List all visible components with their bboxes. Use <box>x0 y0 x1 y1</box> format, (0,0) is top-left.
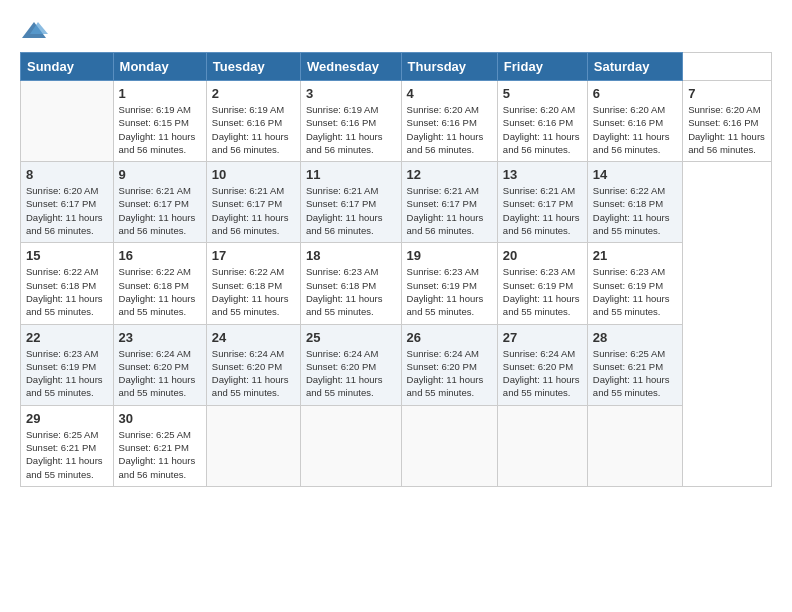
cell-info: Sunrise: 6:21 AMSunset: 6:17 PMDaylight:… <box>212 184 295 237</box>
cell-info: Sunrise: 6:23 AMSunset: 6:19 PMDaylight:… <box>407 265 492 318</box>
cell-info: Sunrise: 6:24 AMSunset: 6:20 PMDaylight:… <box>212 347 295 400</box>
calendar-day-20: 20 Sunrise: 6:23 AMSunset: 6:19 PMDaylig… <box>497 243 587 324</box>
cell-info: Sunrise: 6:21 AMSunset: 6:17 PMDaylight:… <box>503 184 582 237</box>
cell-info: Sunrise: 6:20 AMSunset: 6:16 PMDaylight:… <box>593 103 677 156</box>
calendar-day-11: 11 Sunrise: 6:21 AMSunset: 6:17 PMDaylig… <box>300 162 401 243</box>
calendar-header-row: SundayMondayTuesdayWednesdayThursdayFrid… <box>21 53 772 81</box>
cell-info: Sunrise: 6:21 AMSunset: 6:17 PMDaylight:… <box>407 184 492 237</box>
cell-info: Sunrise: 6:25 AMSunset: 6:21 PMDaylight:… <box>26 428 108 481</box>
weekday-header-saturday: Saturday <box>587 53 682 81</box>
calendar-day-18: 18 Sunrise: 6:23 AMSunset: 6:18 PMDaylig… <box>300 243 401 324</box>
calendar-day-5: 5 Sunrise: 6:20 AMSunset: 6:16 PMDayligh… <box>497 81 587 162</box>
day-number: 9 <box>119 167 201 182</box>
calendar-week-4: 22 Sunrise: 6:23 AMSunset: 6:19 PMDaylig… <box>21 324 772 405</box>
day-number: 22 <box>26 330 108 345</box>
day-number: 20 <box>503 248 582 263</box>
cell-info: Sunrise: 6:20 AMSunset: 6:17 PMDaylight:… <box>26 184 108 237</box>
day-number: 7 <box>688 86 766 101</box>
day-number: 23 <box>119 330 201 345</box>
calendar-day-21: 21 Sunrise: 6:23 AMSunset: 6:19 PMDaylig… <box>587 243 682 324</box>
day-number: 15 <box>26 248 108 263</box>
cell-info: Sunrise: 6:22 AMSunset: 6:18 PMDaylight:… <box>26 265 108 318</box>
day-number: 29 <box>26 411 108 426</box>
cell-info: Sunrise: 6:20 AMSunset: 6:16 PMDaylight:… <box>688 103 766 156</box>
cell-info: Sunrise: 6:19 AMSunset: 6:16 PMDaylight:… <box>212 103 295 156</box>
cell-info: Sunrise: 6:22 AMSunset: 6:18 PMDaylight:… <box>212 265 295 318</box>
weekday-header-friday: Friday <box>497 53 587 81</box>
calendar-day-28: 28 Sunrise: 6:25 AMSunset: 6:21 PMDaylig… <box>587 324 682 405</box>
calendar-day-4: 4 Sunrise: 6:20 AMSunset: 6:16 PMDayligh… <box>401 81 497 162</box>
calendar-day-26: 26 Sunrise: 6:24 AMSunset: 6:20 PMDaylig… <box>401 324 497 405</box>
calendar-day-15: 15 Sunrise: 6:22 AMSunset: 6:18 PMDaylig… <box>21 243 114 324</box>
cell-info: Sunrise: 6:19 AMSunset: 6:15 PMDaylight:… <box>119 103 201 156</box>
calendar-day-9: 9 Sunrise: 6:21 AMSunset: 6:17 PMDayligh… <box>113 162 206 243</box>
empty-cell <box>587 405 682 486</box>
cell-info: Sunrise: 6:23 AMSunset: 6:19 PMDaylight:… <box>593 265 677 318</box>
empty-cell <box>497 405 587 486</box>
day-number: 1 <box>119 86 201 101</box>
day-number: 21 <box>593 248 677 263</box>
day-number: 5 <box>503 86 582 101</box>
day-number: 30 <box>119 411 201 426</box>
cell-info: Sunrise: 6:25 AMSunset: 6:21 PMDaylight:… <box>593 347 677 400</box>
calendar-day-8: 8 Sunrise: 6:20 AMSunset: 6:17 PMDayligh… <box>21 162 114 243</box>
calendar-day-12: 12 Sunrise: 6:21 AMSunset: 6:17 PMDaylig… <box>401 162 497 243</box>
calendar-day-25: 25 Sunrise: 6:24 AMSunset: 6:20 PMDaylig… <box>300 324 401 405</box>
cell-info: Sunrise: 6:24 AMSunset: 6:20 PMDaylight:… <box>503 347 582 400</box>
calendar-day-6: 6 Sunrise: 6:20 AMSunset: 6:16 PMDayligh… <box>587 81 682 162</box>
calendar-day-17: 17 Sunrise: 6:22 AMSunset: 6:18 PMDaylig… <box>206 243 300 324</box>
calendar-week-1: 1 Sunrise: 6:19 AMSunset: 6:15 PMDayligh… <box>21 81 772 162</box>
day-number: 24 <box>212 330 295 345</box>
cell-info: Sunrise: 6:22 AMSunset: 6:18 PMDaylight:… <box>119 265 201 318</box>
calendar-day-22: 22 Sunrise: 6:23 AMSunset: 6:19 PMDaylig… <box>21 324 114 405</box>
cell-info: Sunrise: 6:23 AMSunset: 6:19 PMDaylight:… <box>26 347 108 400</box>
calendar-day-30: 30 Sunrise: 6:25 AMSunset: 6:21 PMDaylig… <box>113 405 206 486</box>
weekday-header-thursday: Thursday <box>401 53 497 81</box>
day-number: 13 <box>503 167 582 182</box>
calendar-week-5: 29 Sunrise: 6:25 AMSunset: 6:21 PMDaylig… <box>21 405 772 486</box>
day-number: 6 <box>593 86 677 101</box>
empty-cell <box>21 81 114 162</box>
day-number: 8 <box>26 167 108 182</box>
page-header <box>20 20 772 42</box>
cell-info: Sunrise: 6:21 AMSunset: 6:17 PMDaylight:… <box>306 184 396 237</box>
cell-info: Sunrise: 6:23 AMSunset: 6:18 PMDaylight:… <box>306 265 396 318</box>
calendar-day-10: 10 Sunrise: 6:21 AMSunset: 6:17 PMDaylig… <box>206 162 300 243</box>
day-number: 10 <box>212 167 295 182</box>
logo <box>20 20 52 42</box>
day-number: 27 <box>503 330 582 345</box>
day-number: 4 <box>407 86 492 101</box>
calendar-day-24: 24 Sunrise: 6:24 AMSunset: 6:20 PMDaylig… <box>206 324 300 405</box>
cell-info: Sunrise: 6:24 AMSunset: 6:20 PMDaylight:… <box>119 347 201 400</box>
day-number: 3 <box>306 86 396 101</box>
cell-info: Sunrise: 6:23 AMSunset: 6:19 PMDaylight:… <box>503 265 582 318</box>
empty-cell <box>401 405 497 486</box>
day-number: 17 <box>212 248 295 263</box>
calendar-week-2: 8 Sunrise: 6:20 AMSunset: 6:17 PMDayligh… <box>21 162 772 243</box>
cell-info: Sunrise: 6:24 AMSunset: 6:20 PMDaylight:… <box>306 347 396 400</box>
calendar-day-7: 7 Sunrise: 6:20 AMSunset: 6:16 PMDayligh… <box>683 81 772 162</box>
calendar-day-23: 23 Sunrise: 6:24 AMSunset: 6:20 PMDaylig… <box>113 324 206 405</box>
day-number: 12 <box>407 167 492 182</box>
logo-icon <box>20 20 48 42</box>
calendar-week-3: 15 Sunrise: 6:22 AMSunset: 6:18 PMDaylig… <box>21 243 772 324</box>
day-number: 28 <box>593 330 677 345</box>
calendar-day-29: 29 Sunrise: 6:25 AMSunset: 6:21 PMDaylig… <box>21 405 114 486</box>
day-number: 19 <box>407 248 492 263</box>
calendar-day-16: 16 Sunrise: 6:22 AMSunset: 6:18 PMDaylig… <box>113 243 206 324</box>
empty-cell <box>206 405 300 486</box>
calendar-day-1: 1 Sunrise: 6:19 AMSunset: 6:15 PMDayligh… <box>113 81 206 162</box>
calendar-table: SundayMondayTuesdayWednesdayThursdayFrid… <box>20 52 772 487</box>
cell-info: Sunrise: 6:20 AMSunset: 6:16 PMDaylight:… <box>503 103 582 156</box>
weekday-header-sunday: Sunday <box>21 53 114 81</box>
day-number: 18 <box>306 248 396 263</box>
calendar-day-13: 13 Sunrise: 6:21 AMSunset: 6:17 PMDaylig… <box>497 162 587 243</box>
cell-info: Sunrise: 6:21 AMSunset: 6:17 PMDaylight:… <box>119 184 201 237</box>
day-number: 26 <box>407 330 492 345</box>
empty-cell <box>300 405 401 486</box>
calendar-day-14: 14 Sunrise: 6:22 AMSunset: 6:18 PMDaylig… <box>587 162 682 243</box>
calendar-day-3: 3 Sunrise: 6:19 AMSunset: 6:16 PMDayligh… <box>300 81 401 162</box>
cell-info: Sunrise: 6:25 AMSunset: 6:21 PMDaylight:… <box>119 428 201 481</box>
weekday-header-monday: Monday <box>113 53 206 81</box>
calendar-day-2: 2 Sunrise: 6:19 AMSunset: 6:16 PMDayligh… <box>206 81 300 162</box>
